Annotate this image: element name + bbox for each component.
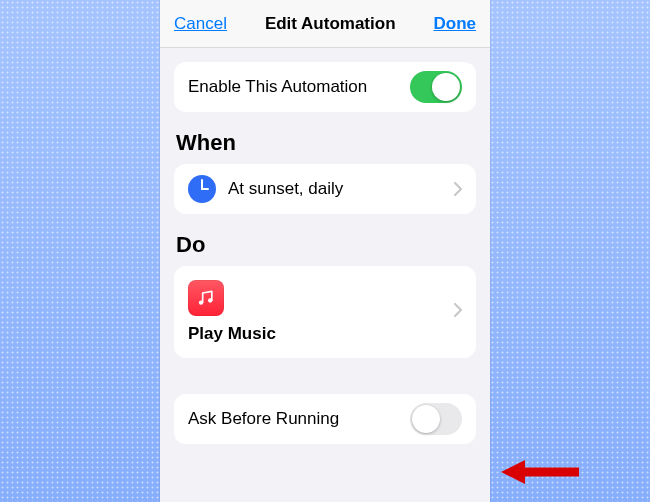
callout-arrow-icon — [501, 458, 581, 486]
when-section-header: When — [174, 112, 476, 164]
ask-before-running-label: Ask Before Running — [188, 409, 398, 429]
enable-automation-label: Enable This Automation — [188, 77, 398, 97]
done-button[interactable]: Done — [434, 14, 477, 34]
when-trigger-label: At sunset, daily — [228, 179, 442, 199]
navbar: Cancel Edit Automation Done — [160, 0, 490, 48]
music-note-icon — [196, 288, 216, 308]
edit-automation-modal: Cancel Edit Automation Done Enable This … — [160, 0, 490, 502]
enable-automation-row: Enable This Automation — [174, 62, 476, 112]
clock-icon — [188, 175, 216, 203]
do-section-header: Do — [174, 214, 476, 266]
svg-marker-3 — [501, 460, 525, 484]
enable-automation-toggle[interactable] — [410, 71, 462, 103]
svg-point-1 — [208, 298, 212, 302]
chevron-right-icon — [454, 182, 462, 196]
chevron-right-icon — [454, 303, 462, 317]
music-app-icon — [188, 280, 224, 316]
when-trigger-row[interactable]: At sunset, daily — [174, 164, 476, 214]
do-action-label: Play Music — [188, 324, 462, 344]
ask-before-running-toggle[interactable] — [410, 403, 462, 435]
svg-point-0 — [199, 300, 203, 304]
do-action-card[interactable]: Play Music — [174, 266, 476, 358]
ask-before-running-row: Ask Before Running — [174, 394, 476, 444]
page-title: Edit Automation — [265, 14, 396, 34]
cancel-button[interactable]: Cancel — [174, 14, 227, 34]
